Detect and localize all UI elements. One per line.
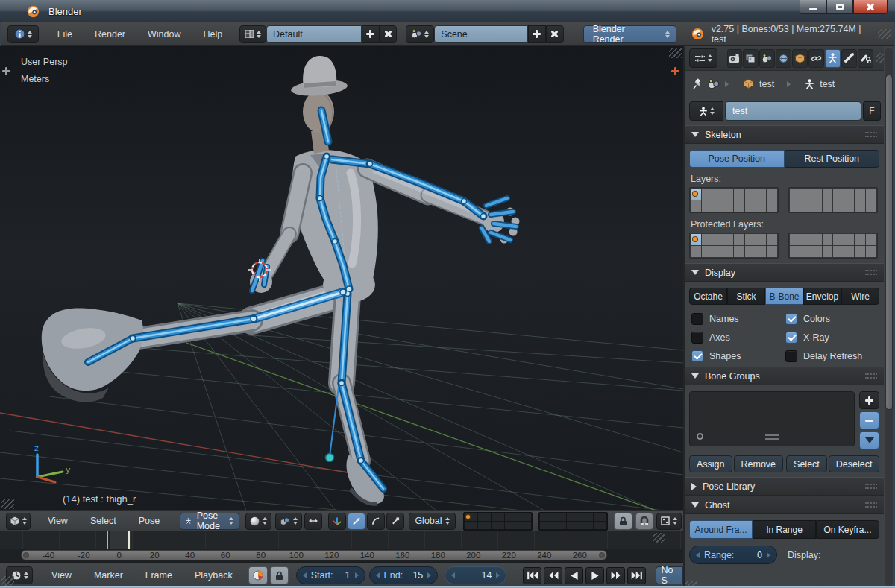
display-mode-envelope[interactable]: Envelop [803,288,841,305]
layer-cell[interactable] [702,200,712,212]
rotate-manipulator-button[interactable] [367,513,385,530]
layer-cell[interactable] [518,522,531,529]
layer-cell[interactable] [811,200,822,212]
layer-cell[interactable] [866,234,876,245]
increment-icon[interactable] [767,552,770,558]
menu-help[interactable]: Help [192,29,233,39]
layer-cell[interactable] [767,189,777,200]
layer-cell[interactable] [492,513,504,521]
add-scene-button[interactable] [528,25,546,43]
3d-scene[interactable]: z y [0,46,683,510]
screen-layout-field[interactable]: Default [266,25,362,43]
ghost-range-field[interactable]: Range: 0 [689,546,777,564]
pivot-point-dropdown[interactable] [275,513,302,530]
layer-cell[interactable] [844,246,855,257]
layer-cell[interactable] [580,522,593,529]
tab-bone[interactable] [841,49,857,68]
colors-checkbox[interactable] [785,313,797,325]
menu-view[interactable]: View [40,570,83,581]
layers-block-1[interactable] [689,187,779,213]
layer-cell[interactable] [702,246,712,257]
protected-block-2[interactable] [788,233,878,259]
layer-cell[interactable] [540,513,553,521]
remove-bone-group-button[interactable] [859,411,879,429]
layer-cell[interactable] [855,200,865,212]
skeleton-panel-header[interactable]: Skeleton [685,125,884,144]
ik-target-ball[interactable] [326,454,334,462]
tab-object[interactable] [792,49,808,68]
expand-region-icon[interactable] [671,67,679,75]
menu-window[interactable]: Window [136,29,192,39]
next-keyframe-button[interactable] [606,567,625,584]
protected-block-1[interactable] [689,233,779,259]
keying-lock-button[interactable] [270,566,289,584]
display-mode-octahedral[interactable]: Octahe [689,288,727,305]
layer-cell[interactable] [492,522,504,529]
filter-circle-icon[interactable] [697,433,703,440]
current-frame-line[interactable] [128,531,130,549]
layer-cell[interactable] [800,246,811,257]
scene-icon[interactable] [708,79,720,89]
current-frame-field[interactable]: 14 [445,566,506,584]
layer-cell[interactable] [691,234,701,245]
layer-cell[interactable] [540,522,553,529]
layer-cell[interactable] [712,189,723,200]
tab-render[interactable] [727,49,743,68]
layer-cell[interactable] [518,513,531,521]
decrement-icon[interactable] [376,572,380,578]
layer-cell[interactable] [580,513,593,521]
panel-drag-dots-icon[interactable] [865,502,877,508]
layer-cell[interactable] [790,189,800,200]
corner-grip[interactable] [876,53,884,63]
resize-grab-icon[interactable] [765,434,779,440]
layer-cell[interactable] [811,246,822,257]
bone-group-specials-button[interactable] [859,431,879,449]
layer-cell[interactable] [505,513,518,521]
layer-cell[interactable] [866,189,876,200]
decrement-icon[interactable] [696,552,700,558]
layer-cell[interactable] [734,246,744,257]
protected-layers-widget[interactable] [689,233,879,259]
sync-mode-dropdown[interactable]: No S [656,566,683,584]
panel-drag-dots-icon[interactable] [865,373,877,379]
rest-position-button[interactable]: Rest Position [785,150,880,168]
delete-scene-button[interactable] [546,25,564,43]
render-engine-dropdown[interactable]: Blender Render [583,25,676,43]
tab-scene[interactable] [759,49,775,68]
layer-cell[interactable] [745,246,756,257]
properties-scrollbar-thumb[interactable] [885,75,893,410]
armature-man-icon[interactable] [805,79,814,89]
add-layout-button[interactable] [362,25,380,43]
layer-cell[interactable] [790,234,800,245]
deselect-button[interactable]: Deselect [829,455,880,472]
viewport-shading-dropdown[interactable] [245,513,271,530]
corner-grip[interactable] [1,576,14,587]
layer-cell[interactable] [767,200,777,212]
layer-cell[interactable] [767,234,777,245]
assign-button[interactable]: Assign [689,455,732,472]
pin-icon[interactable] [692,78,703,89]
viewport-layers-widget[interactable] [463,512,608,531]
manipulator-toggle-button[interactable] [328,513,346,530]
menu-render[interactable]: Render [84,29,136,39]
end-frame-field[interactable]: End: 15 [369,566,439,584]
viewport-editor-type-button[interactable] [6,513,31,530]
ghost-in-range-button[interactable]: In Range [753,520,816,539]
layer-cell[interactable] [823,189,833,200]
tab-render-layers[interactable] [743,49,759,68]
shapes-checkbox[interactable] [691,350,703,362]
display-mode-stick[interactable]: Stick [727,288,765,305]
tab-world[interactable] [776,49,791,68]
horizontal-scrollbar[interactable]: -40-20 020 4060 80100 120140 160180 2002… [21,550,607,560]
layer-cell[interactable] [702,189,712,200]
layer-cell[interactable] [790,200,800,212]
scene-selector-button[interactable] [406,25,434,43]
layer-cell[interactable] [702,234,712,245]
menu-frame[interactable]: Frame [134,570,183,581]
layer-cell[interactable] [723,246,734,257]
layer-cell[interactable] [478,522,491,529]
auto-keyframe-button[interactable] [248,566,268,584]
display-panel-header[interactable]: Display [685,263,884,282]
layer-cell[interactable] [800,200,811,212]
previous-keyframe-button[interactable] [544,567,562,584]
